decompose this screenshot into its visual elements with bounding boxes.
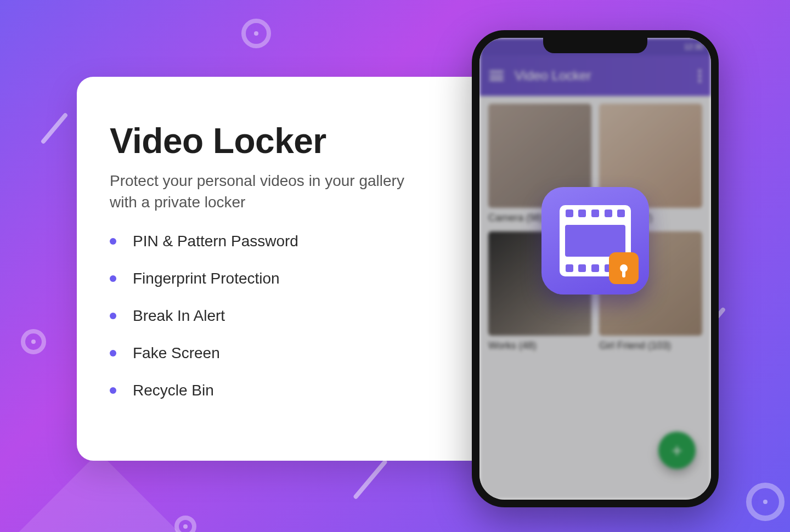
promo-canvas: Video Locker Protect your personal video… [0, 0, 790, 532]
deco-diamond [13, 452, 184, 532]
app-title: Video Locker [515, 68, 591, 83]
album-label: Works (48) [488, 340, 591, 352]
feature-item: Fingerprint Protection [110, 270, 472, 287]
bullet-icon [110, 275, 116, 282]
app-bar: Video Locker [479, 55, 711, 96]
deco-ring [174, 516, 196, 532]
feature-item: Break In Alert [110, 307, 472, 325]
feature-text: Fingerprint Protection [133, 270, 280, 287]
feature-item: Fake Screen [110, 344, 472, 362]
plus-icon: + [672, 440, 682, 461]
deco-line [40, 112, 68, 145]
feature-item: Recycle Bin [110, 382, 472, 399]
feature-item: PIN & Pattern Password [110, 233, 472, 250]
deco-ring [21, 329, 46, 354]
card-subtitle: Protect your personal videos in your gal… [110, 170, 428, 213]
add-fab[interactable]: + [658, 432, 696, 469]
app-icon [541, 187, 649, 295]
feature-card: Video Locker Protect your personal video… [77, 77, 505, 461]
phone-notch [543, 38, 647, 53]
feature-list: PIN & Pattern Password Fingerprint Prote… [110, 233, 472, 399]
lock-icon [609, 252, 639, 284]
overflow-menu-icon[interactable] [698, 70, 701, 82]
deco-ring [241, 19, 271, 48]
feature-text: Fake Screen [133, 344, 220, 362]
deco-ring [746, 483, 785, 521]
bullet-icon [110, 350, 116, 356]
album-label: Girl Friend (103) [599, 340, 702, 352]
deco-line [353, 459, 388, 500]
status-time: 12:30 [684, 42, 703, 51]
phone-mockup: 12:30 Video Locker Camera (98) Friends (… [472, 30, 719, 507]
feature-text: Recycle Bin [133, 382, 214, 399]
bullet-icon [110, 387, 116, 394]
bullet-icon [110, 238, 116, 245]
feature-text: PIN & Pattern Password [133, 233, 298, 250]
bullet-icon [110, 313, 116, 319]
film-icon [560, 205, 631, 276]
feature-text: Break In Alert [133, 307, 225, 325]
hamburger-icon[interactable] [489, 71, 504, 81]
card-title: Video Locker [110, 121, 472, 161]
